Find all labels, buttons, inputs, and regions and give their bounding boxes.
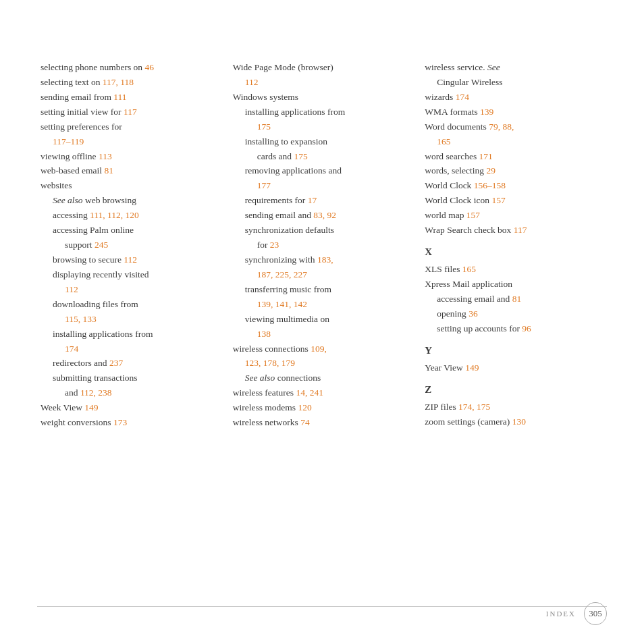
index-entry: Cingular Wireless <box>425 76 603 90</box>
page-number: 157 <box>491 195 505 205</box>
index-entry: web-based email 81 <box>41 164 219 178</box>
page-number: 17 <box>308 195 317 205</box>
index-entry: installing applications from <box>233 105 412 119</box>
index-entry: wireless service. See <box>425 61 603 75</box>
index-entry: 123, 178, 179 <box>233 356 412 371</box>
page-number: 117–119 <box>53 136 84 146</box>
footer-index-label: INDEX <box>546 610 576 618</box>
index-entry: viewing offline 113 <box>41 150 219 164</box>
index-entry: setting initial view for 117 <box>41 105 219 119</box>
index-entry: accessing 111, 112, 120 <box>41 209 219 223</box>
page-number: 174, 175 <box>458 402 490 412</box>
index-entry: Week View 149 <box>41 401 219 415</box>
section-letter-y: Y <box>425 343 603 358</box>
index-entry: synchronization defaults <box>233 223 412 238</box>
index-entry: 187, 225, 227 <box>233 268 412 282</box>
footer: INDEX 305 <box>0 602 644 625</box>
index-entry: viewing multimedia on <box>233 313 412 327</box>
index-entry: 112 <box>233 76 412 90</box>
page-number: 139 <box>480 107 493 117</box>
page-number: 245 <box>95 240 108 250</box>
index-entry: World Clock 156–158 <box>425 179 603 193</box>
index-entry: Wrap Search check box 117 <box>425 223 603 238</box>
page-number: 112 <box>124 254 137 265</box>
index-entry: Year View 149 <box>425 361 603 375</box>
index-entry: zoom settings (camera) 130 <box>425 415 603 429</box>
index-entry: setting up accounts for 96 <box>425 322 603 336</box>
page-number: 113 <box>99 151 112 161</box>
page-number: 115, 133 <box>65 314 97 324</box>
page-number: 149 <box>84 402 98 412</box>
page-number: 120 <box>298 402 311 412</box>
page-number: 130 <box>512 417 526 427</box>
index-entry: See also web browsing <box>41 194 219 208</box>
page-number: 36 <box>468 308 478 319</box>
page-number: 117 <box>514 225 527 235</box>
index-entry: displaying recently visited <box>41 268 219 282</box>
page-content: selecting phone numbers on 46selecting t… <box>0 0 644 471</box>
page-number: 83, 92 <box>313 210 336 220</box>
index-entry: 175 <box>233 120 412 134</box>
page-number: 175 <box>294 151 307 161</box>
page-number: 109, <box>311 344 327 354</box>
page-number: 14, 241 <box>296 387 323 398</box>
index-entry: Windows systems <box>233 90 412 105</box>
index-entry: removing applications and <box>233 164 412 178</box>
index-entry: downloading files from <box>41 298 219 312</box>
index-entry: requirements for 17 <box>233 194 412 208</box>
page-number: 123, 178, 179 <box>245 358 295 368</box>
index-entry: cards and 175 <box>233 150 412 164</box>
page-number: 79, 88, <box>489 122 514 132</box>
page-number: 112 <box>245 77 259 87</box>
page-number: 165 <box>437 136 450 146</box>
page-number: 81 <box>512 294 522 304</box>
index-entry: wireless features 14, 241 <box>233 386 412 400</box>
page-number: 139, 141, 142 <box>257 299 307 309</box>
index-entry: 115, 133 <box>41 313 219 327</box>
page-number: 74 <box>300 417 310 427</box>
page-number: 183, <box>317 254 333 265</box>
index-entry: XLS files 165 <box>425 263 603 277</box>
index-entry: transferring music from <box>233 283 412 297</box>
page-number: 29 <box>486 165 495 176</box>
index-entry: words, selecting 29 <box>425 164 603 178</box>
page-number: 175 <box>257 122 271 132</box>
index-entry: opening 36 <box>425 307 603 321</box>
page-number: 111, 112, 120 <box>90 210 139 220</box>
index-entry: sending email from 111 <box>41 90 219 105</box>
index-entry: accessing Palm online <box>41 223 219 238</box>
index-entry: wireless connections 109, <box>233 342 412 356</box>
column-1: selecting phone numbers on 46selecting t… <box>41 61 233 431</box>
column-3: wireless service. SeeCingular Wirelesswi… <box>425 61 603 431</box>
page-number: 156–158 <box>474 180 506 190</box>
index-entry: wireless networks 74 <box>233 416 412 430</box>
page-number: 117, 118 <box>103 77 134 87</box>
index-entry: accessing email and 81 <box>425 292 603 306</box>
index-entry: support 245 <box>41 238 219 252</box>
index-entry: World Clock icon 157 <box>425 194 603 208</box>
index-entry: weight conversions 173 <box>41 416 219 430</box>
page-number: 111 <box>113 92 126 102</box>
index-entry: installing to expansion <box>233 135 412 149</box>
page-number: 165 <box>462 264 476 274</box>
index-entry: websites <box>41 179 219 193</box>
index-entry: redirectors and 237 <box>41 356 219 371</box>
page-number: 174 <box>65 344 78 354</box>
index-entry: 139, 141, 142 <box>233 298 412 312</box>
index-entry: setting preferences for <box>41 120 219 134</box>
page-number: 46 <box>144 62 154 72</box>
index-entry: synchronizing with 183, <box>233 253 412 267</box>
index-entry: WMA formats 139 <box>425 105 603 119</box>
page-number: 149 <box>465 363 479 373</box>
footer-page-number: 305 <box>584 602 607 625</box>
section-letter-x: X <box>425 244 603 260</box>
index-entry: and 112, 238 <box>41 386 219 400</box>
page-number: 81 <box>104 165 113 176</box>
page-number: 112, 238 <box>80 387 112 398</box>
index-entry: word searches 171 <box>425 150 603 164</box>
index-entry: 117–119 <box>41 135 219 149</box>
page-number: 237 <box>109 358 123 368</box>
page-number: 23 <box>270 240 279 250</box>
index-entry: wizards 174 <box>425 90 603 105</box>
index-entry: for 23 <box>233 238 412 252</box>
